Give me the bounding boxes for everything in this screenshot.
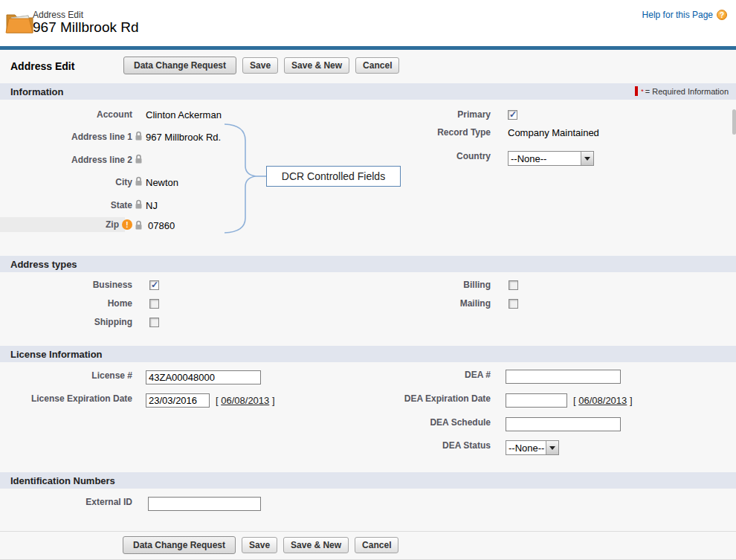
- dea-status-select[interactable]: --None--: [506, 440, 559, 455]
- license-expiration-today-link[interactable]: 06/08/2013: [221, 395, 269, 406]
- dea-status-label-text: DEA Status: [442, 440, 491, 451]
- save-and-new-button-bottom[interactable]: Save & New: [283, 537, 349, 553]
- country-select[interactable]: --None--: [508, 151, 594, 166]
- business-label-text: Business: [93, 280, 132, 290]
- page-header: Address Edit 967 Millbrook Rd Help for t…: [0, 0, 736, 46]
- city-value: Newton: [146, 177, 178, 188]
- country-label: Country: [358, 151, 491, 161]
- mailing-label: Mailing: [358, 298, 491, 309]
- lock-icon: [135, 220, 143, 234]
- bottom-button-row: Data Change Request Save Save & New Canc…: [123, 536, 398, 554]
- billing-checkbox[interactable]: [509, 280, 518, 290]
- section-header-information: Information * = Required Information: [0, 83, 736, 100]
- lock-icon: [135, 131, 143, 144]
- dea-status-select-value[interactable]: --None--: [506, 441, 546, 454]
- shipping-label: Shipping: [0, 317, 132, 327]
- address-line2-label: Address line 2: [0, 155, 132, 165]
- external-id-label: External ID: [0, 497, 132, 507]
- bracket-close: ]: [627, 395, 632, 406]
- dea-schedule-input[interactable]: [506, 417, 621, 431]
- section-header-identification-numbers: Identification Numbers: [0, 472, 736, 489]
- business-checkbox[interactable]: [149, 280, 159, 290]
- cancel-button[interactable]: Cancel: [355, 57, 399, 74]
- primary-checkbox[interactable]: [508, 110, 517, 120]
- save-button[interactable]: Save: [242, 57, 278, 74]
- section-header-license-information: License Information: [0, 346, 736, 362]
- section-title: Information: [10, 86, 64, 97]
- license-expiration-label-text: License Expiration Date: [31, 393, 132, 404]
- section-title: Identification Numbers: [10, 475, 115, 486]
- chevron-down-icon[interactable]: [581, 152, 593, 165]
- country-select-value[interactable]: --None--: [509, 152, 581, 165]
- dea-expiration-label-text: DEA Expiration Date: [404, 393, 491, 404]
- zip-label-text: Zip: [106, 219, 119, 230]
- bracket-close: ]: [269, 395, 274, 406]
- help-link[interactable]: Help for this Page: [642, 10, 713, 20]
- toolbar-heading: Address Edit: [10, 60, 74, 72]
- help-for-this-page[interactable]: Help for this Page ?: [642, 10, 727, 20]
- section-title: License Information: [10, 349, 103, 360]
- city-label-text: City: [115, 177, 132, 187]
- help-question-icon[interactable]: ?: [717, 10, 727, 20]
- required-red-bar-icon: [635, 86, 638, 96]
- dea-expiration-today-wrap: [ 06/08/2013 ]: [573, 395, 633, 406]
- billing-label-text: Billing: [463, 280, 491, 290]
- address-line1-label-text: Address line 1: [71, 132, 132, 142]
- city-label: City: [0, 177, 132, 187]
- external-id-label-text: External ID: [85, 497, 132, 507]
- zip-value: 07860: [148, 220, 175, 231]
- record-type-label: Record Type: [358, 127, 491, 138]
- record-type-label-text: Record Type: [437, 127, 491, 138]
- home-label-text: Home: [108, 298, 132, 309]
- zip-label: Zip !: [0, 219, 132, 230]
- address-line1-value: 967 Millbrook Rd.: [146, 132, 221, 143]
- license-expiration-today-wrap: [ 06/08/2013 ]: [216, 395, 275, 406]
- primary-label-text: Primary: [457, 109, 491, 120]
- bottom-divider: [0, 531, 736, 532]
- shipping-label-text: Shipping: [94, 317, 132, 327]
- scrollbar-thumb[interactable]: [732, 109, 736, 135]
- save-button-bottom[interactable]: Save: [242, 537, 277, 553]
- lock-icon: [135, 199, 143, 213]
- required-info-legend: * = Required Information: [635, 86, 729, 96]
- address-line2-label-text: Address line 2: [71, 155, 132, 165]
- data-change-request-button-bottom[interactable]: Data Change Request: [123, 536, 236, 554]
- dea-number-input[interactable]: [506, 370, 621, 384]
- mailing-checkbox[interactable]: [509, 299, 518, 309]
- state-value: NJ: [146, 200, 158, 211]
- account-value: Clinton Ackerman: [146, 109, 222, 120]
- section-title: Address types: [10, 259, 77, 270]
- license-number-input[interactable]: [146, 370, 261, 384]
- page-title: 967 Millbrook Rd: [33, 19, 139, 36]
- chevron-down-icon[interactable]: [546, 441, 558, 454]
- address-line1-label: Address line 1: [0, 132, 132, 142]
- save-and-new-button[interactable]: Save & New: [284, 57, 349, 74]
- app-label: Address Edit: [33, 10, 83, 20]
- data-change-request-button[interactable]: Data Change Request: [123, 57, 236, 74]
- required-asterisk: *: [641, 88, 644, 95]
- dea-status-label: DEA Status: [358, 440, 491, 451]
- dcr-controlled-fields-annotation: DCR Controlled Fields: [266, 166, 401, 187]
- home-checkbox[interactable]: [149, 299, 159, 309]
- record-type-value: Company Maintained: [508, 127, 599, 138]
- license-expiration-label: License Expiration Date: [0, 393, 132, 404]
- top-button-row: Data Change Request Save Save & New Canc…: [123, 57, 399, 74]
- dea-expiration-today-link[interactable]: 06/08/2013: [578, 395, 627, 406]
- business-label: Business: [0, 280, 132, 290]
- dcr-brace-bracket: [223, 123, 268, 234]
- cancel-button-bottom[interactable]: Cancel: [355, 537, 398, 553]
- mailing-label-text: Mailing: [460, 298, 491, 309]
- external-id-input[interactable]: [148, 497, 261, 511]
- license-number-label-text: License #: [91, 370, 132, 381]
- shipping-checkbox[interactable]: [149, 318, 159, 327]
- dea-number-label: DEA #: [358, 370, 491, 380]
- primary-label: Primary: [358, 109, 491, 120]
- state-label-text: State: [111, 200, 132, 210]
- license-expiration-input[interactable]: [146, 393, 210, 408]
- dea-number-label-text: DEA #: [465, 370, 491, 380]
- account-label-text: Account: [97, 109, 132, 120]
- account-label: Account: [0, 109, 132, 120]
- state-label: State: [0, 200, 132, 210]
- section-header-address-types: Address types: [0, 256, 736, 272]
- dea-expiration-input[interactable]: [506, 393, 567, 408]
